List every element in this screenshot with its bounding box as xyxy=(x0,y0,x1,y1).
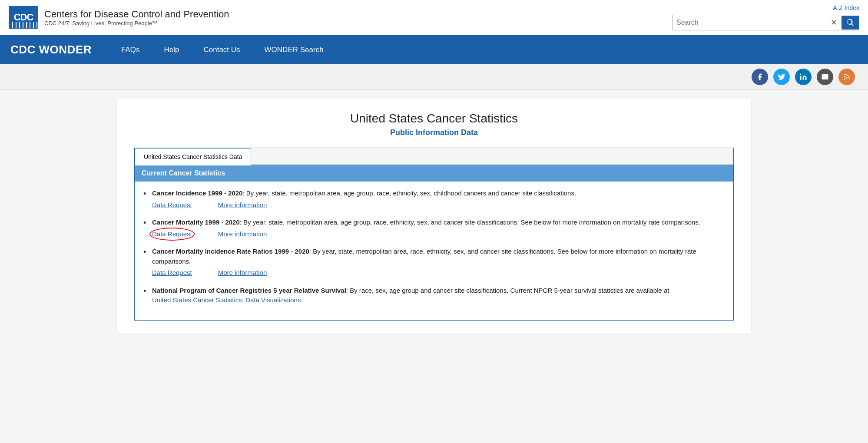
search-input[interactable] xyxy=(676,19,826,26)
social-bar xyxy=(0,64,868,90)
data-request-incidence-link[interactable]: Data Request xyxy=(152,200,192,210)
item-links-mortality: Data Request More information xyxy=(152,229,725,239)
svg-point-1 xyxy=(844,79,845,80)
item-links-incidence: Data Request More information xyxy=(152,200,725,210)
more-info-mortality-link[interactable]: More information xyxy=(218,229,267,239)
tab-uscs-data[interactable]: United States Cancer Statistics Data xyxy=(135,149,251,165)
email-icon[interactable] xyxy=(817,69,833,85)
item-title-ratios: Cancer Mortality Incidence Rate Ratios 1… xyxy=(152,248,309,255)
linkedin-icon[interactable] xyxy=(795,69,812,85)
item-desc-incidence: : By year, state, metropolitan area, age… xyxy=(242,189,576,197)
data-request-mortality-link[interactable]: Data Request xyxy=(152,230,192,238)
svg-point-0 xyxy=(800,74,802,75)
facebook-icon[interactable] xyxy=(752,69,768,85)
circled-data-request: Data Request xyxy=(152,229,192,239)
item-desc-mortality: : By year, state, metropolitan area, age… xyxy=(240,218,700,226)
cdc-logo: CDC xyxy=(9,6,38,29)
cdc-logo-stripe xyxy=(10,22,37,28)
az-index-link[interactable]: A-Z Index xyxy=(833,4,859,11)
nav-bar: CDC WONDER FAQs Help Contact Us WONDER S… xyxy=(0,35,868,64)
org-name: Centers for Disease Control and Preventi… xyxy=(44,9,229,20)
org-tagline: CDC 24/7: Saving Lives, Protecting Peopl… xyxy=(44,20,229,26)
item-title-incidence: Cancer Incidence 1999 - 2020 xyxy=(152,189,242,197)
data-request-ratios-link[interactable]: Data Request xyxy=(152,268,192,278)
logo-area: CDC Centers for Disease Control and Prev… xyxy=(9,6,229,29)
nav-help[interactable]: Help xyxy=(152,37,192,63)
list-item: Cancer Incidence 1999 - 2020: By year, s… xyxy=(143,188,725,210)
section-header: Current Cancer Statistics xyxy=(135,165,733,182)
tab-list: United States Cancer Statistics Data xyxy=(135,148,733,165)
nav-brand: CDC WONDER xyxy=(10,35,109,64)
more-info-ratios-link[interactable]: More information xyxy=(218,268,267,278)
tab-content: Current Cancer Statistics Cancer Inciden… xyxy=(135,165,733,320)
page-subtitle: Public Information Data xyxy=(134,128,734,137)
list-item: Cancer Mortality 1999 - 2020: By year, s… xyxy=(143,218,725,239)
item-desc-npcr: : By race, sex, age group and cancer sit… xyxy=(346,287,669,294)
nav-faqs[interactable]: FAQs xyxy=(109,37,152,63)
item-links-ratios: Data Request More information xyxy=(152,268,725,278)
search-icon xyxy=(846,18,855,27)
twitter-icon[interactable] xyxy=(773,69,790,85)
list-item: National Program of Cancer Registries 5 … xyxy=(143,286,725,305)
main-content: United States Cancer Statistics Public I… xyxy=(117,99,751,334)
search-bar: ✕ xyxy=(673,15,859,30)
logo-text-area: Centers for Disease Control and Preventi… xyxy=(44,9,229,26)
rss-icon[interactable] xyxy=(838,69,855,85)
items-list: Cancer Incidence 1999 - 2020: By year, s… xyxy=(135,182,733,320)
search-clear-button[interactable]: ✕ xyxy=(829,18,839,27)
page-title: United States Cancer Statistics xyxy=(134,112,734,126)
tabs-container: United States Cancer Statistics Data Cur… xyxy=(134,148,734,321)
top-right: A-Z Index ✕ xyxy=(673,4,859,30)
more-info-incidence-link[interactable]: More information xyxy=(218,200,267,210)
nav-links: FAQs Help Contact Us WONDER Search xyxy=(109,37,336,63)
item-title-npcr: National Program of Cancer Registries 5 … xyxy=(152,287,346,294)
data-viz-suffix: . xyxy=(301,296,302,304)
nav-contact[interactable]: Contact Us xyxy=(191,37,252,63)
top-bar: CDC Centers for Disease Control and Prev… xyxy=(0,0,868,35)
nav-wonder-search[interactable]: WONDER Search xyxy=(252,37,336,63)
list-item: Cancer Mortality Incidence Rate Ratios 1… xyxy=(143,247,725,278)
data-viz-link[interactable]: United States Cancer Statistics: Data Vi… xyxy=(152,296,301,304)
search-submit-button[interactable] xyxy=(841,16,859,30)
item-title-mortality: Cancer Mortality 1999 - 2020 xyxy=(152,218,240,226)
